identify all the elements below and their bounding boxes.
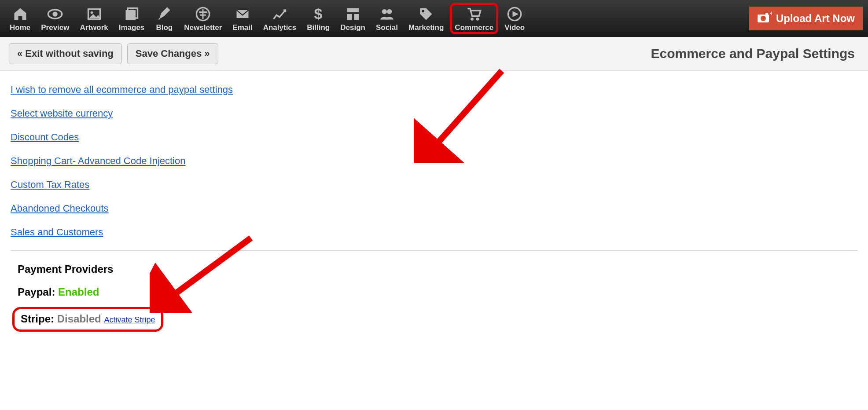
camera-icon (757, 11, 772, 26)
link-abandoned-checkouts[interactable]: Abandoned Checkouts (11, 203, 857, 214)
main-content: I wish to remove all ecommerce and paypa… (0, 71, 868, 345)
nav-blog[interactable]: Blog (151, 3, 178, 34)
nav-design[interactable]: Design (336, 3, 370, 34)
nav-label: Blog (156, 23, 173, 32)
link-sales-customers[interactable]: Sales and Customers (11, 227, 857, 238)
people-icon (378, 5, 396, 23)
picture-icon (85, 5, 103, 23)
dollar-icon (309, 5, 327, 23)
nav-label: Billing (307, 23, 330, 32)
stripe-label: Stripe: (21, 313, 54, 325)
play-icon (505, 5, 524, 23)
nav-commerce[interactable]: Commerce (450, 3, 498, 34)
stripe-row-highlight: Stripe: Disabled Activate Stripe (12, 307, 163, 332)
nav-label: Commerce (455, 23, 493, 32)
nav-home[interactable]: Home (5, 3, 35, 34)
save-changes-button[interactable]: Save Changes » (127, 43, 218, 64)
link-select-currency[interactable]: Select website currency (11, 108, 857, 119)
nav-label: Marketing (408, 23, 444, 32)
eye-icon (46, 5, 64, 23)
nav-images[interactable]: Images (114, 3, 149, 34)
nav-label: Images (119, 23, 145, 32)
images-icon (122, 5, 141, 23)
nav-artwork[interactable]: Artwork (76, 3, 113, 34)
nav-label: Design (340, 23, 365, 32)
nav-billing[interactable]: Billing (302, 3, 334, 34)
nav-label: Home (10, 23, 30, 32)
link-remove-ecommerce[interactable]: I wish to remove all ecommerce and paypa… (11, 84, 857, 95)
nav-newsletter[interactable]: Newsletter (180, 3, 226, 34)
exit-without-saving-button[interactable]: « Exit without saving (9, 43, 122, 64)
stripe-status: Disabled (57, 313, 101, 325)
nav-label: Newsletter (184, 23, 222, 32)
page-title: Ecommerce and Paypal Settings (651, 46, 859, 61)
nav-label: Analytics (263, 23, 297, 32)
nav-marketing[interactable]: Marketing (404, 3, 448, 34)
top-nav: Home Preview Artwork Images Blog Newslet… (0, 0, 868, 37)
upload-label: Upload Art Now (776, 12, 855, 25)
tags-icon (417, 5, 435, 23)
paypal-status: Enabled (58, 286, 99, 298)
link-custom-tax-rates[interactable]: Custom Tax Rates (11, 179, 857, 190)
dragonfly-icon (194, 5, 212, 23)
chart-icon (270, 5, 289, 23)
divider (11, 250, 857, 251)
envelope-icon (233, 5, 252, 23)
nav-social[interactable]: Social (371, 3, 402, 34)
nav-video[interactable]: Video (500, 3, 529, 34)
nav-label: Email (232, 23, 252, 32)
nav-analytics[interactable]: Analytics (259, 3, 301, 34)
pen-icon (155, 5, 173, 23)
nav-preview[interactable]: Preview (37, 3, 74, 34)
paypal-row: Paypal: Enabled (18, 286, 857, 298)
nav-label: Preview (41, 23, 69, 32)
link-cart-code-injection[interactable]: Shopping Cart- Advanced Code Injection (11, 155, 857, 167)
nav-label: Artwork (80, 23, 108, 32)
link-discount-codes[interactable]: Discount Codes (11, 132, 857, 143)
payment-providers-heading: Payment Providers (18, 263, 857, 275)
layout-icon (344, 5, 362, 23)
nav-email[interactable]: Email (228, 3, 257, 34)
nav-label: Social (376, 23, 398, 32)
subheader: « Exit without saving Save Changes » Eco… (0, 37, 868, 71)
activate-stripe-link[interactable]: Activate Stripe (104, 315, 155, 324)
paypal-label: Paypal: (18, 286, 55, 298)
settings-link-list: I wish to remove all ecommerce and paypa… (11, 84, 857, 238)
upload-art-button[interactable]: Upload Art Now (749, 7, 863, 30)
home-icon (11, 5, 29, 23)
nav-label: Video (504, 23, 525, 32)
cart-icon (465, 5, 483, 23)
